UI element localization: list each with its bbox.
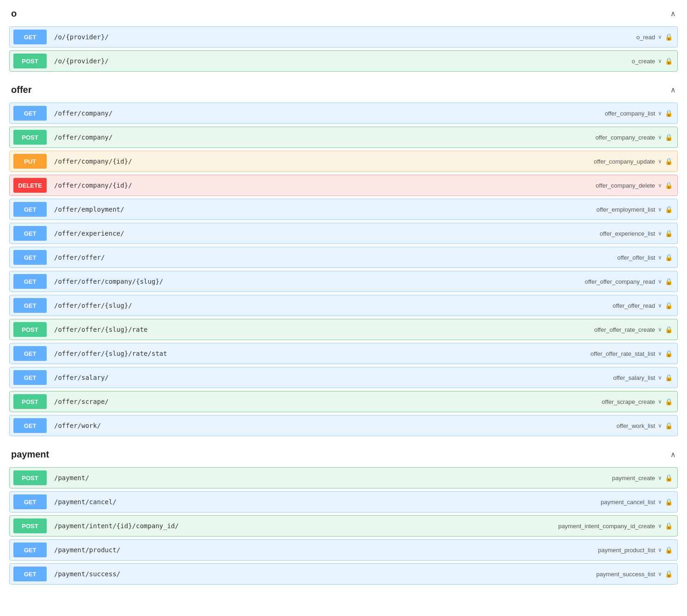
section-chevron-payment[interactable]: ∧ [670, 450, 676, 459]
endpoint-row[interactable]: POST/offer/scrape/offer_scrape_create ∨🔒 [9, 391, 678, 412]
method-badge-get: GET [13, 567, 47, 581]
expand-arrow-icon[interactable]: ∨ [658, 547, 662, 553]
endpoint-row[interactable]: GET/offer/offer/{slug}/rate/statoffer_of… [9, 343, 678, 364]
expand-arrow-icon[interactable]: ∨ [658, 374, 662, 381]
lock-icon: 🔒 [665, 326, 673, 333]
endpoint-meta: offer_scrape_create ∨🔒 [602, 398, 677, 405]
expand-arrow-icon[interactable]: ∨ [658, 206, 662, 213]
method-badge-get: GET [13, 250, 47, 265]
endpoint-row[interactable]: DELETE/offer/company/{id}/offer_company_… [9, 175, 678, 196]
method-badge-post: POST [13, 130, 47, 145]
endpoint-path: /offer/offer/ [50, 254, 617, 261]
endpoint-meta: offer_employment_list ∨🔒 [596, 206, 677, 213]
operation-id: o_read [637, 34, 655, 41]
endpoint-meta: offer_company_update ∨🔒 [594, 158, 677, 165]
endpoint-path: /payment/success/ [50, 570, 596, 578]
operation-id: offer_scrape_create [602, 398, 655, 405]
endpoint-row[interactable]: POST/offer/offer/{slug}/rateoffer_offer_… [9, 319, 678, 340]
lock-icon: 🔒 [665, 522, 673, 530]
expand-arrow-icon[interactable]: ∨ [658, 302, 662, 309]
lock-icon: 🔒 [665, 33, 673, 41]
endpoint-meta: offer_experience_list ∨🔒 [600, 230, 677, 237]
lock-icon: 🔒 [665, 398, 673, 405]
endpoint-path: /payment/cancel/ [50, 498, 601, 506]
lock-icon: 🔒 [665, 182, 673, 189]
method-badge-get: GET [13, 298, 47, 313]
section-header-o[interactable]: o∧ [9, 5, 678, 23]
endpoint-path: /offer/offer/{slug}/rate [50, 326, 594, 333]
expand-arrow-icon[interactable]: ∨ [658, 254, 662, 261]
endpoint-row[interactable]: POST/o/{provider}/o_create ∨🔒 [9, 50, 678, 72]
endpoint-row[interactable]: POST/payment/intent/{id}/company_id/paym… [9, 515, 678, 537]
section-chevron-o[interactable]: ∧ [670, 9, 676, 18]
endpoint-row[interactable]: GET/offer/company/offer_company_list ∨🔒 [9, 103, 678, 124]
expand-arrow-icon[interactable]: ∨ [658, 58, 662, 64]
section-o: o∧GET/o/{provider}/o_read ∨🔒POST/o/{prov… [9, 5, 678, 72]
section-header-offer[interactable]: offer∧ [9, 81, 678, 99]
endpoint-row[interactable]: PUT/offer/company/{id}/offer_company_upd… [9, 151, 678, 172]
expand-arrow-icon[interactable]: ∨ [658, 398, 662, 405]
operation-id: offer_experience_list [600, 230, 655, 237]
endpoint-meta: payment_success_list ∨🔒 [596, 570, 677, 578]
endpoint-meta: offer_offer_list ∨🔒 [617, 254, 677, 261]
operation-id: offer_offer_rate_stat_list [590, 350, 655, 357]
method-badge-get: GET [13, 370, 47, 385]
expand-arrow-icon[interactable]: ∨ [658, 350, 662, 357]
lock-icon: 🔒 [665, 158, 673, 165]
operation-id: payment_success_list [596, 571, 655, 578]
operation-id: offer_offer_read [613, 302, 655, 309]
lock-icon: 🔒 [665, 110, 673, 117]
section-header-payment[interactable]: payment∧ [9, 445, 678, 464]
expand-arrow-icon[interactable]: ∨ [658, 475, 662, 481]
expand-arrow-icon[interactable]: ∨ [658, 134, 662, 140]
expand-arrow-icon[interactable]: ∨ [658, 230, 662, 237]
lock-icon: 🔒 [665, 134, 673, 141]
operation-id: offer_employment_list [596, 206, 655, 213]
lock-icon: 🔒 [665, 230, 673, 237]
lock-icon: 🔒 [665, 206, 673, 213]
expand-arrow-icon[interactable]: ∨ [658, 34, 662, 40]
operation-id: offer_offer_list [617, 254, 655, 261]
endpoint-path: /payment/ [50, 474, 612, 482]
expand-arrow-icon[interactable]: ∨ [658, 158, 662, 165]
endpoint-path: /offer/offer/{slug}/rate/stat [50, 350, 590, 357]
endpoint-row[interactable]: GET/o/{provider}/o_read ∨🔒 [9, 26, 678, 48]
operation-id: payment_create [612, 475, 655, 482]
lock-icon: 🔒 [665, 57, 673, 65]
expand-arrow-icon[interactable]: ∨ [658, 110, 662, 116]
endpoint-row[interactable]: GET/offer/offer/{slug}/offer_offer_read … [9, 295, 678, 316]
expand-arrow-icon[interactable]: ∨ [658, 422, 662, 429]
endpoint-row[interactable]: GET/payment/cancel/payment_cancel_list ∨… [9, 491, 678, 512]
endpoint-meta: offer_offer_rate_stat_list ∨🔒 [590, 350, 677, 357]
section-title-payment: payment [11, 449, 49, 460]
endpoint-meta: offer_work_list ∨🔒 [616, 422, 677, 429]
endpoint-row[interactable]: POST/payment/payment_create ∨🔒 [9, 467, 678, 488]
endpoint-row[interactable]: POST/offer/company/offer_company_create … [9, 127, 678, 148]
method-badge-get: GET [13, 494, 47, 509]
expand-arrow-icon[interactable]: ∨ [658, 499, 662, 505]
endpoint-row[interactable]: GET/payment/success/payment_success_list… [9, 563, 678, 585]
endpoint-row[interactable]: GET/offer/employment/offer_employment_li… [9, 199, 678, 220]
endpoint-meta: o_create ∨🔒 [632, 57, 677, 65]
operation-id: offer_salary_list [613, 374, 655, 381]
expand-arrow-icon[interactable]: ∨ [658, 523, 662, 529]
section-payment: payment∧POST/payment/payment_create ∨🔒GE… [9, 445, 678, 585]
expand-arrow-icon[interactable]: ∨ [658, 326, 662, 333]
lock-icon: 🔒 [665, 278, 673, 285]
lock-icon: 🔒 [665, 546, 673, 554]
endpoint-row[interactable]: GET/offer/salary/offer_salary_list ∨🔒 [9, 367, 678, 388]
method-badge-get: GET [13, 274, 47, 289]
operation-id: offer_company_create [595, 134, 655, 141]
expand-arrow-icon[interactable]: ∨ [658, 182, 662, 189]
endpoint-row[interactable]: GET/offer/offer/offer_offer_list ∨🔒 [9, 247, 678, 268]
endpoint-row[interactable]: GET/offer/offer/company/{slug}/offer_off… [9, 271, 678, 292]
endpoint-row[interactable]: GET/payment/product/payment_product_list… [9, 539, 678, 561]
endpoint-row[interactable]: GET/offer/experience/offer_experience_li… [9, 223, 678, 244]
expand-arrow-icon[interactable]: ∨ [658, 278, 662, 285]
endpoint-path: /offer/company/ [50, 110, 605, 117]
expand-arrow-icon[interactable]: ∨ [658, 571, 662, 577]
endpoint-path: /offer/scrape/ [50, 398, 602, 405]
endpoint-path: /offer/company/ [50, 134, 595, 141]
section-chevron-offer[interactable]: ∧ [670, 85, 676, 94]
endpoint-row[interactable]: GET/offer/work/offer_work_list ∨🔒 [9, 415, 678, 436]
